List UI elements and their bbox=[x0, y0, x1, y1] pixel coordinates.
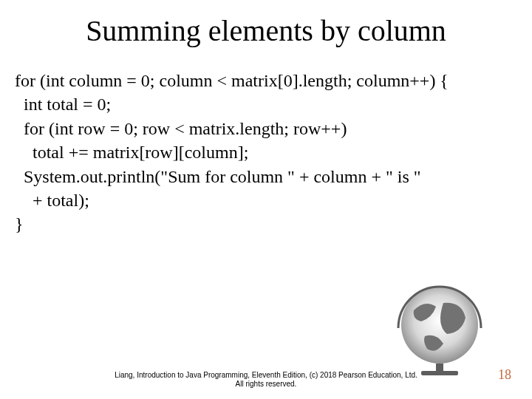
footer-line: All rights reserved. bbox=[0, 380, 532, 389]
code-line: for (int row = 0; row < matrix.length; r… bbox=[15, 119, 347, 138]
svg-point-0 bbox=[401, 287, 478, 364]
code-block: for (int column = 0; column < matrix[0].… bbox=[0, 55, 532, 236]
globe-icon bbox=[392, 281, 488, 377]
code-line: for (int column = 0; column < matrix[0].… bbox=[15, 71, 449, 90]
code-line: int total = 0; bbox=[15, 95, 111, 114]
code-line: + total); bbox=[15, 191, 89, 210]
footer-line: Liang, Introduction to Java Programming,… bbox=[0, 371, 532, 380]
code-line: total += matrix[row][column]; bbox=[15, 143, 248, 162]
page-number: 18 bbox=[498, 367, 511, 383]
code-line: } bbox=[15, 214, 24, 233]
slide-title: Summing elements by column bbox=[0, 0, 532, 55]
svg-rect-1 bbox=[436, 364, 443, 371]
footer-attribution: Liang, Introduction to Java Programming,… bbox=[0, 371, 532, 389]
code-line: System.out.println("Sum for column " + c… bbox=[15, 167, 421, 186]
